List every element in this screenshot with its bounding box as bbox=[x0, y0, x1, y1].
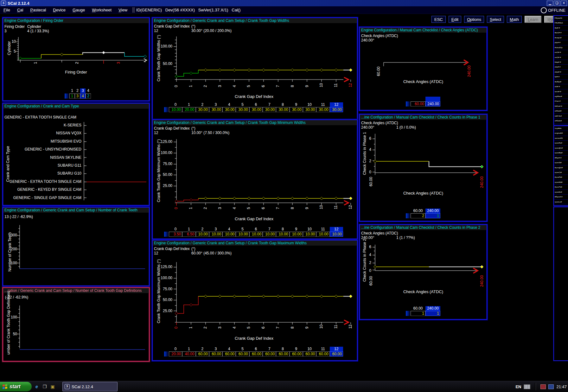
table-header-cell[interactable]: 3 bbox=[209, 227, 222, 232]
table-cell[interactable]: 30.00 bbox=[290, 107, 303, 112]
table-cell[interactable]: 30.00 bbox=[316, 107, 329, 112]
crank-teeth-chart[interactable] bbox=[3, 220, 149, 277]
table-header-cell[interactable]: 2 bbox=[196, 102, 209, 107]
toolbar-button[interactable]: Learn bbox=[525, 16, 541, 23]
table-header-cell[interactable]: 9 bbox=[290, 102, 303, 107]
worksheet-list-item[interactable]: F#yweSt bbox=[554, 16, 568, 21]
table-header-cell[interactable]: 240.00 bbox=[425, 306, 440, 311]
worksheet-list-item[interactable]: pkp# # bbox=[554, 40, 568, 45]
table-header-cell[interactable]: 10 bbox=[303, 102, 316, 107]
menu-item[interactable]: Cal bbox=[14, 7, 27, 13]
check-counts-phase1-chart[interactable] bbox=[360, 131, 487, 197]
panel-firing-order[interactable]: Engine Configuration / Firing Order Firi… bbox=[3, 17, 150, 101]
table-header-cell[interactable] bbox=[411, 97, 425, 101]
worksheet-list-item[interactable]: syneCt# bbox=[554, 170, 568, 175]
table-cell[interactable]: 30.00 bbox=[263, 107, 276, 112]
menu-item[interactable]: Device bbox=[49, 7, 69, 13]
table-cell[interactable]: 30.00 bbox=[222, 107, 236, 112]
worksheet-list-item[interactable]: ebt# # bbox=[554, 84, 568, 89]
table-cell[interactable]: 60.00 bbox=[249, 351, 263, 357]
table-header-cell[interactable]: 8 bbox=[276, 102, 289, 107]
toolbar-button[interactable]: Options bbox=[464, 16, 484, 23]
table-header-cell[interactable]: 11 bbox=[316, 227, 329, 232]
table-header-cell[interactable]: 12 bbox=[330, 227, 343, 232]
table-header-cell[interactable]: 3 bbox=[209, 347, 222, 351]
table-cell[interactable]: 60.00 bbox=[303, 351, 316, 357]
table-cell[interactable]: 10.00 bbox=[169, 107, 182, 112]
table-header-cell[interactable]: 6 bbox=[249, 102, 263, 107]
worksheet-list-item[interactable]: # bet # bbox=[554, 99, 568, 104]
table-header-cell[interactable]: 9 bbox=[290, 227, 303, 232]
panel-gap-maximum-widths[interactable]: Engine Configuration / Generic Crank and… bbox=[152, 240, 358, 361]
table-header-cell[interactable]: 240.00 bbox=[425, 209, 440, 213]
gap-maximum-widths-chart[interactable] bbox=[153, 256, 357, 329]
worksheet-list-item[interactable]: syneSt# bbox=[554, 160, 568, 165]
table-header-cell[interactable]: 1 bbox=[182, 227, 195, 232]
toolbar-button[interactable]: Math bbox=[507, 16, 522, 23]
table-header-cell[interactable]: 12 bbox=[330, 347, 343, 351]
worksheet-list-item[interactable]: engineE# bbox=[554, 131, 568, 136]
table-header-cell[interactable]: 3 bbox=[80, 88, 86, 93]
keyboard-layout-icon[interactable] bbox=[524, 384, 530, 389]
table-cell[interactable]: 60.00 bbox=[196, 351, 209, 357]
table-header-cell[interactable]: 5 bbox=[236, 347, 249, 351]
table-header-cell[interactable]: 2 bbox=[196, 227, 209, 232]
gap-widths-chart[interactable] bbox=[153, 34, 357, 86]
language-indicator[interactable]: EN bbox=[515, 384, 521, 389]
gap-definitions-chart[interactable] bbox=[3, 301, 149, 353]
firing-order-chart[interactable] bbox=[3, 34, 149, 66]
table-cell[interactable]: 10.00 bbox=[263, 232, 276, 237]
worksheet-list-item[interactable]: ext1# # bbox=[554, 55, 568, 60]
worksheet-list-item[interactable]: F#u#Med bbox=[554, 21, 568, 25]
table-cell[interactable]: 10.00 bbox=[222, 232, 236, 237]
table-header-cell[interactable]: 10 bbox=[303, 347, 316, 351]
panel-check-counts-phase1[interactable]: ...ine Configuration / Manual Cam Checkl… bbox=[359, 114, 487, 222]
table-header-cell[interactable]: 12 bbox=[330, 102, 343, 107]
worksheet-list-item[interactable]: syneEx# bbox=[554, 190, 568, 195]
worksheet-list-item[interactable]: temt# # bbox=[554, 89, 568, 94]
table-header-cell[interactable]: 60.00 bbox=[411, 306, 425, 311]
close-button[interactable]: × bbox=[561, 1, 567, 6]
table-cell[interactable]: 1 bbox=[425, 213, 440, 218]
table-cell[interactable]: 1 bbox=[425, 311, 440, 316]
table-header-cell[interactable]: 5 bbox=[236, 102, 249, 107]
table-cell[interactable]: 40.00 bbox=[182, 351, 195, 357]
toolbar-button[interactable]: Select bbox=[487, 16, 504, 23]
start-button[interactable]: start bbox=[0, 382, 32, 391]
table-cell[interactable]: 60.00 bbox=[222, 351, 236, 357]
maximize-button[interactable]: ❏ bbox=[554, 1, 560, 6]
worksheet-list-item[interactable]: #elRpt# bbox=[554, 80, 568, 84]
worksheet-list-item[interactable]: fpt# # bbox=[554, 74, 568, 79]
worksheet-list-item[interactable]: syne@n# bbox=[554, 146, 568, 151]
table-header-cell[interactable]: 7 bbox=[263, 227, 276, 232]
table-cell[interactable]: 20.00 bbox=[182, 107, 195, 112]
table-header-cell[interactable]: 1 bbox=[182, 102, 195, 107]
worksheet-list-item[interactable]: syneMd# bbox=[554, 180, 568, 185]
table-cell[interactable]: 30.00 bbox=[276, 107, 289, 112]
table-header-cell[interactable]: 1 bbox=[69, 88, 75, 93]
table-cell[interactable]: 60.00 bbox=[263, 351, 276, 357]
table-header-cell[interactable]: 8 bbox=[276, 227, 289, 232]
worksheet-list-item[interactable]: #SelAv# bbox=[554, 204, 568, 206]
menu-item[interactable]: View bbox=[115, 7, 131, 13]
table-cell[interactable]: 60.00 bbox=[330, 351, 343, 357]
worksheet-list-item[interactable]: syneBia# bbox=[554, 151, 568, 155]
table-header-cell[interactable]: 11 bbox=[316, 347, 329, 351]
menu-item[interactable]: Pastecal bbox=[27, 7, 49, 13]
table-header-cell[interactable]: 1 bbox=[182, 347, 195, 351]
taskbar-clock[interactable]: 21:47 bbox=[556, 384, 567, 389]
minimize-button[interactable]: ▁ bbox=[547, 1, 553, 6]
worksheet-list-item[interactable]: ebp# # bbox=[554, 65, 568, 69]
table-header-cell[interactable]: 10 bbox=[303, 227, 316, 232]
panel-gap-minimum-widths[interactable]: Engine Configuration / Generic Crank and… bbox=[152, 119, 358, 239]
table-cell[interactable]: 2 bbox=[86, 93, 91, 99]
table-header-cell[interactable]: 0 bbox=[169, 102, 182, 107]
worksheet-list-item[interactable]: sensor#S bbox=[554, 136, 568, 141]
quick-launch-icon[interactable]: ❒ bbox=[42, 384, 48, 389]
table-cell[interactable]: 10.00 bbox=[330, 232, 343, 237]
table-header-cell[interactable]: 4 bbox=[86, 88, 91, 93]
table-cell[interactable]: 30.00 bbox=[196, 107, 209, 112]
table-cell[interactable]: 4 bbox=[80, 93, 86, 99]
table-header-cell[interactable]: 0 bbox=[169, 347, 182, 351]
table-cell[interactable]: 10.00 bbox=[316, 232, 329, 237]
